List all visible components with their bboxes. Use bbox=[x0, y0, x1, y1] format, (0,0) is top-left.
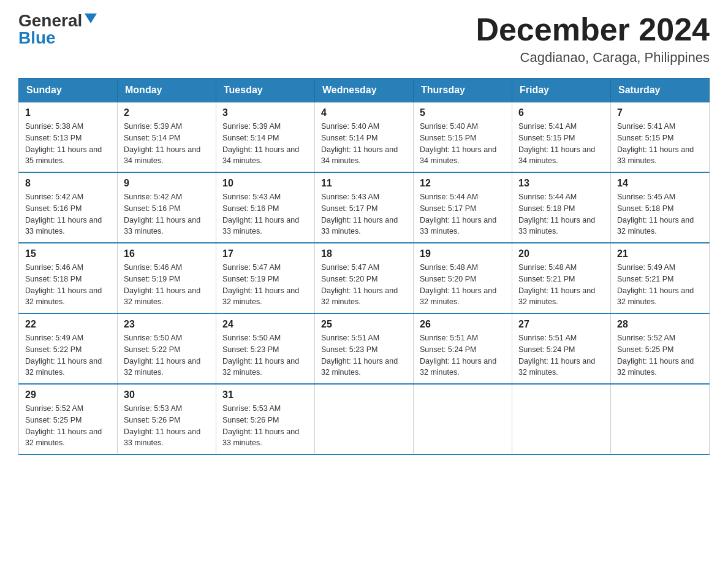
calendar-header-saturday: Saturday bbox=[611, 79, 710, 102]
calendar-cell: 11 Sunrise: 5:43 AMSunset: 5:17 PMDaylig… bbox=[315, 172, 414, 243]
calendar-header-tuesday: Tuesday bbox=[216, 79, 315, 102]
day-info: Sunrise: 5:42 AMSunset: 5:16 PMDaylight:… bbox=[25, 193, 102, 236]
calendar-cell: 6 Sunrise: 5:41 AMSunset: 5:15 PMDayligh… bbox=[512, 102, 611, 173]
month-title: December 2024 bbox=[476, 12, 710, 47]
day-info: Sunrise: 5:53 AMSunset: 5:26 PMDaylight:… bbox=[124, 404, 200, 447]
day-info: Sunrise: 5:40 AMSunset: 5:15 PMDaylight:… bbox=[420, 122, 496, 165]
day-info: Sunrise: 5:51 AMSunset: 5:24 PMDaylight:… bbox=[518, 334, 595, 377]
day-number: 4 bbox=[321, 107, 407, 118]
day-info: Sunrise: 5:41 AMSunset: 5:15 PMDaylight:… bbox=[518, 122, 595, 165]
calendar-week-row: 15 Sunrise: 5:46 AMSunset: 5:18 PMDaylig… bbox=[19, 243, 710, 313]
day-number: 13 bbox=[518, 178, 604, 189]
location-title: Cagdianao, Caraga, Philippines bbox=[476, 50, 710, 66]
calendar-cell: 19 Sunrise: 5:48 AMSunset: 5:20 PMDaylig… bbox=[414, 243, 512, 313]
day-number: 18 bbox=[321, 248, 407, 259]
day-number: 22 bbox=[25, 319, 111, 330]
day-number: 2 bbox=[124, 107, 210, 118]
calendar-cell: 21 Sunrise: 5:49 AMSunset: 5:21 PMDaylig… bbox=[611, 243, 710, 313]
day-info: Sunrise: 5:50 AMSunset: 5:23 PMDaylight:… bbox=[222, 334, 299, 377]
day-number: 17 bbox=[222, 248, 308, 259]
day-number: 5 bbox=[420, 107, 506, 118]
calendar-cell: 2 Sunrise: 5:39 AMSunset: 5:14 PMDayligh… bbox=[118, 102, 216, 173]
calendar-header-monday: Monday bbox=[118, 79, 216, 102]
calendar-cell: 31 Sunrise: 5:53 AMSunset: 5:26 PMDaylig… bbox=[216, 384, 315, 454]
calendar-cell: 20 Sunrise: 5:48 AMSunset: 5:21 PMDaylig… bbox=[512, 243, 611, 313]
calendar-cell: 10 Sunrise: 5:43 AMSunset: 5:16 PMDaylig… bbox=[216, 172, 315, 243]
logo-triangle-icon bbox=[85, 13, 97, 23]
day-number: 30 bbox=[124, 389, 210, 400]
day-number: 11 bbox=[321, 178, 407, 189]
calendar-cell: 7 Sunrise: 5:41 AMSunset: 5:15 PMDayligh… bbox=[611, 102, 710, 173]
day-number: 8 bbox=[25, 178, 111, 189]
title-block: December 2024 Cagdianao, Caraga, Philipp… bbox=[476, 12, 710, 66]
day-info: Sunrise: 5:47 AMSunset: 5:20 PMDaylight:… bbox=[321, 263, 398, 306]
day-number: 31 bbox=[222, 389, 308, 400]
calendar-cell: 12 Sunrise: 5:44 AMSunset: 5:17 PMDaylig… bbox=[414, 172, 512, 243]
calendar-cell: 29 Sunrise: 5:52 AMSunset: 5:25 PMDaylig… bbox=[19, 384, 118, 454]
day-info: Sunrise: 5:53 AMSunset: 5:26 PMDaylight:… bbox=[222, 404, 299, 447]
day-info: Sunrise: 5:39 AMSunset: 5:14 PMDaylight:… bbox=[124, 122, 200, 165]
calendar-cell: 16 Sunrise: 5:46 AMSunset: 5:19 PMDaylig… bbox=[118, 243, 216, 313]
day-info: Sunrise: 5:49 AMSunset: 5:22 PMDaylight:… bbox=[25, 334, 102, 377]
calendar-header-row: SundayMondayTuesdayWednesdayThursdayFrid… bbox=[19, 79, 710, 102]
day-number: 21 bbox=[617, 248, 703, 259]
day-number: 3 bbox=[222, 107, 308, 118]
calendar-header-wednesday: Wednesday bbox=[315, 79, 414, 102]
day-info: Sunrise: 5:44 AMSunset: 5:17 PMDaylight:… bbox=[420, 193, 496, 236]
day-number: 24 bbox=[222, 319, 308, 330]
day-info: Sunrise: 5:38 AMSunset: 5:13 PMDaylight:… bbox=[25, 122, 102, 165]
day-number: 10 bbox=[222, 178, 308, 189]
day-info: Sunrise: 5:50 AMSunset: 5:22 PMDaylight:… bbox=[124, 334, 200, 377]
day-info: Sunrise: 5:51 AMSunset: 5:23 PMDaylight:… bbox=[321, 334, 398, 377]
calendar-cell: 17 Sunrise: 5:47 AMSunset: 5:19 PMDaylig… bbox=[216, 243, 315, 313]
calendar-week-row: 1 Sunrise: 5:38 AMSunset: 5:13 PMDayligh… bbox=[19, 102, 710, 173]
day-number: 1 bbox=[25, 107, 111, 118]
calendar-cell: 24 Sunrise: 5:50 AMSunset: 5:23 PMDaylig… bbox=[216, 313, 315, 384]
day-number: 25 bbox=[321, 319, 407, 330]
day-number: 26 bbox=[420, 319, 506, 330]
calendar-cell bbox=[512, 384, 611, 454]
calendar-cell: 27 Sunrise: 5:51 AMSunset: 5:24 PMDaylig… bbox=[512, 313, 611, 384]
calendar-header-thursday: Thursday bbox=[414, 79, 512, 102]
calendar-cell: 18 Sunrise: 5:47 AMSunset: 5:20 PMDaylig… bbox=[315, 243, 414, 313]
calendar-cell: 26 Sunrise: 5:51 AMSunset: 5:24 PMDaylig… bbox=[414, 313, 512, 384]
day-number: 27 bbox=[518, 319, 604, 330]
calendar-cell: 15 Sunrise: 5:46 AMSunset: 5:18 PMDaylig… bbox=[19, 243, 118, 313]
calendar-cell: 5 Sunrise: 5:40 AMSunset: 5:15 PMDayligh… bbox=[414, 102, 512, 173]
day-number: 6 bbox=[518, 107, 604, 118]
logo-blue: Blue bbox=[18, 29, 56, 47]
day-number: 14 bbox=[617, 178, 703, 189]
logo: General Blue bbox=[18, 12, 97, 47]
day-number: 23 bbox=[124, 319, 210, 330]
calendar-cell: 23 Sunrise: 5:50 AMSunset: 5:22 PMDaylig… bbox=[118, 313, 216, 384]
day-number: 15 bbox=[25, 248, 111, 259]
calendar-cell: 13 Sunrise: 5:44 AMSunset: 5:18 PMDaylig… bbox=[512, 172, 611, 243]
day-number: 7 bbox=[617, 107, 703, 118]
day-info: Sunrise: 5:52 AMSunset: 5:25 PMDaylight:… bbox=[25, 404, 102, 447]
day-info: Sunrise: 5:43 AMSunset: 5:17 PMDaylight:… bbox=[321, 193, 398, 236]
day-number: 29 bbox=[25, 389, 111, 400]
calendar-cell: 22 Sunrise: 5:49 AMSunset: 5:22 PMDaylig… bbox=[19, 313, 118, 384]
day-number: 28 bbox=[617, 319, 703, 330]
day-info: Sunrise: 5:49 AMSunset: 5:21 PMDaylight:… bbox=[617, 263, 694, 306]
calendar-cell: 9 Sunrise: 5:42 AMSunset: 5:16 PMDayligh… bbox=[118, 172, 216, 243]
day-info: Sunrise: 5:39 AMSunset: 5:14 PMDaylight:… bbox=[222, 122, 299, 165]
calendar-header-friday: Friday bbox=[512, 79, 611, 102]
day-info: Sunrise: 5:42 AMSunset: 5:16 PMDaylight:… bbox=[124, 193, 200, 236]
day-info: Sunrise: 5:45 AMSunset: 5:18 PMDaylight:… bbox=[617, 193, 694, 236]
calendar-cell bbox=[414, 384, 512, 454]
calendar-cell: 4 Sunrise: 5:40 AMSunset: 5:14 PMDayligh… bbox=[315, 102, 414, 173]
calendar-cell: 1 Sunrise: 5:38 AMSunset: 5:13 PMDayligh… bbox=[19, 102, 118, 173]
calendar-week-row: 22 Sunrise: 5:49 AMSunset: 5:22 PMDaylig… bbox=[19, 313, 710, 384]
day-number: 19 bbox=[420, 248, 506, 259]
day-info: Sunrise: 5:44 AMSunset: 5:18 PMDaylight:… bbox=[518, 193, 595, 236]
calendar-header-sunday: Sunday bbox=[19, 79, 118, 102]
calendar-week-row: 8 Sunrise: 5:42 AMSunset: 5:16 PMDayligh… bbox=[19, 172, 710, 243]
logo-general: General bbox=[18, 12, 82, 29]
day-number: 9 bbox=[124, 178, 210, 189]
calendar-cell bbox=[315, 384, 414, 454]
calendar-week-row: 29 Sunrise: 5:52 AMSunset: 5:25 PMDaylig… bbox=[19, 384, 710, 454]
day-info: Sunrise: 5:48 AMSunset: 5:20 PMDaylight:… bbox=[420, 263, 496, 306]
day-info: Sunrise: 5:52 AMSunset: 5:25 PMDaylight:… bbox=[617, 334, 694, 377]
day-number: 16 bbox=[124, 248, 210, 259]
